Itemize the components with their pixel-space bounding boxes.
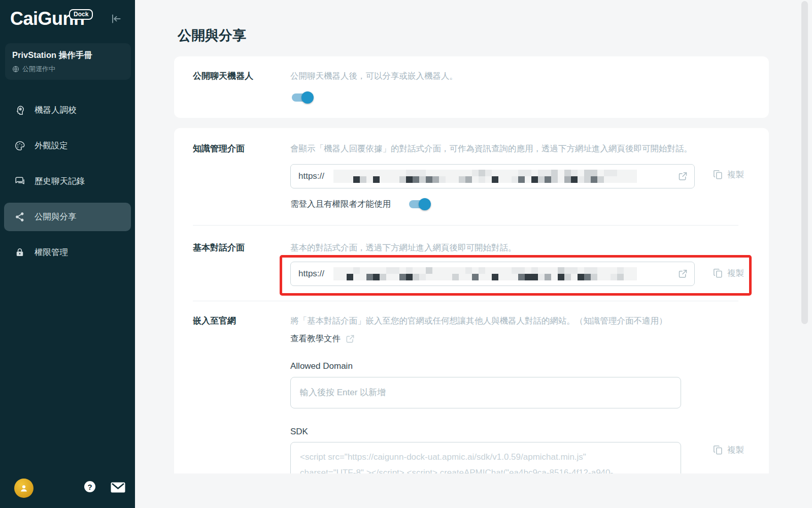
sidebar-item-share[interactable]: 公開與分享 (4, 203, 131, 231)
project-title: PrivStation 操作手冊 (12, 50, 92, 61)
dock-badge: Dock (69, 9, 93, 20)
help-icon[interactable]: ? (84, 481, 95, 492)
sidebar-item-label: 外觀設定 (35, 140, 68, 151)
sidebar-item-label: 權限管理 (35, 247, 68, 258)
copy-icon (713, 169, 724, 180)
app-root: CaiGunn Dock PrivStation 操作手冊 公開運作中 (0, 0, 812, 508)
sidebar: CaiGunn Dock PrivStation 操作手冊 公開運作中 (0, 0, 135, 508)
user-avatar[interactable] (14, 479, 33, 498)
doc-link[interactable]: 查看教學文件 (290, 333, 355, 344)
login-required-label: 需登入且有權限者才能使用 (290, 199, 391, 210)
external-link-icon[interactable] (678, 269, 688, 279)
allowed-domain-input[interactable] (290, 377, 681, 408)
login-required-toggle[interactable] (409, 200, 429, 208)
publish-toggle[interactable] (292, 93, 312, 102)
redacted-url (333, 267, 637, 280)
appearance-palette-icon (14, 140, 25, 151)
basic-description: 基本的對話式介面，透過下方網址進入網頁後即可開始對話。 (290, 242, 517, 253)
lock-icon (14, 247, 25, 258)
scrollbar-thumb[interactable] (801, 1, 808, 324)
share-card: 知識管理介面 會顯示「機器人回覆依據」的對話式介面，可作為資訊查詢的應用，透過下… (174, 128, 769, 473)
copy-icon (713, 444, 724, 456)
embed-description: 將「基本對話介面」嵌入至您的官網或任何想讓其他人與機器人對話的網站。（知識管理介… (290, 315, 667, 327)
person-icon (18, 483, 29, 494)
doc-link-label: 查看教學文件 (290, 333, 341, 344)
sidebar-item-permissions[interactable]: 權限管理 (4, 238, 131, 267)
knowledge-url-field[interactable]: https:// (290, 164, 695, 188)
sidebar-item-label: 公開與分享 (35, 211, 77, 223)
sdk-copy-button[interactable]: 複製 (713, 444, 744, 456)
sidebar-item-chat-history[interactable]: 歷史聊天記錄 (4, 167, 131, 196)
external-link-icon (345, 334, 355, 344)
bot-tuning-icon (14, 105, 25, 116)
external-link-icon[interactable] (678, 171, 688, 182)
basic-copy-button[interactable]: 複製 (713, 268, 744, 279)
embed-label: 嵌入至官網 (193, 315, 236, 327)
section-divider (193, 225, 738, 226)
knowledge-description: 會顯示「機器人回覆依據」的對話式介面，可作為資訊查詢的應用，透過下方網址進入網頁… (290, 143, 692, 154)
sidebar-item-label: 歷史聊天記錄 (35, 176, 85, 187)
help-glyph: ? (87, 483, 92, 491)
publish-label: 公開聊天機器人 (193, 70, 253, 82)
share-icon (14, 211, 25, 223)
knowledge-copy-button[interactable]: 複製 (713, 169, 744, 180)
publish-card: 公開聊天機器人 公開聊天機器人後，可以分享或嵌入機器人。 (174, 56, 769, 118)
globe-icon (12, 66, 19, 73)
knowledge-label: 知識管理介面 (193, 143, 245, 154)
sdk-label: SDK (290, 427, 308, 437)
allowed-domain-label: Allowed Domain (290, 361, 353, 371)
project-status-label: 公開運作中 (22, 65, 55, 74)
chat-history-icon (14, 176, 25, 187)
copy-label: 複製 (727, 268, 744, 279)
section-divider (193, 301, 738, 301)
basic-label: 基本對話介面 (193, 242, 245, 253)
copy-label: 複製 (727, 444, 744, 456)
collapse-sidebar-icon[interactable] (110, 12, 123, 25)
publish-description: 公開聊天機器人後，可以分享或嵌入機器人。 (290, 71, 458, 82)
redacted-url (333, 170, 637, 183)
copy-label: 複製 (727, 169, 744, 180)
sidebar-nav: 機器人調校 外觀設定 歷史聊天記錄 (4, 96, 131, 274)
sidebar-item-bot-tuning[interactable]: 機器人調校 (4, 96, 131, 124)
mail-icon[interactable] (111, 482, 125, 493)
sdk-code-textarea[interactable]: <script src="https://caigunn-dock-uat.ap… (290, 442, 681, 473)
sidebar-item-appearance[interactable]: 外觀設定 (4, 132, 131, 160)
project-status: 公開運作中 (12, 65, 55, 74)
copy-icon (713, 268, 724, 279)
sidebar-item-label: 機器人調校 (35, 105, 77, 116)
url-prefix: https:// (298, 269, 324, 279)
page-title: 公開與分享 (178, 26, 246, 45)
url-prefix: https:// (298, 171, 324, 181)
basic-url-field[interactable]: https:// (290, 262, 695, 286)
project-card[interactable]: PrivStation 操作手冊 公開運作中 (5, 43, 131, 80)
